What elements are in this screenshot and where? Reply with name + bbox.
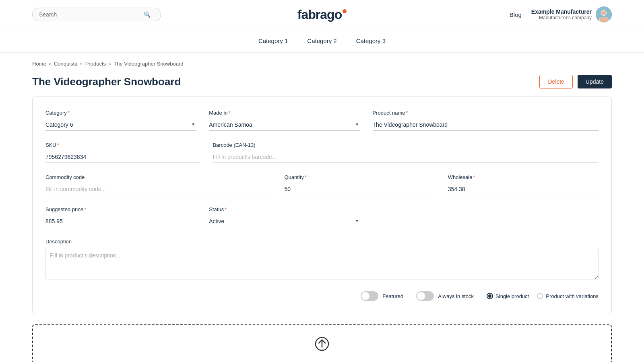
wholesale-required: * [473,174,475,180]
single-product-radio-circle [487,293,493,299]
search-box[interactable]: 🔍 [32,8,161,21]
status-required: * [225,206,227,212]
breadcrumb-sep1: » [49,61,52,67]
nav-item-category3[interactable]: Category 3 [356,37,386,44]
form-row-5: Description [45,239,599,280]
featured-toggle[interactable] [361,291,378,301]
main-nav: Category 1 Category 2 Category 3 [0,29,644,53]
always-in-stock-toggle-group: Always in stock [416,291,474,301]
always-in-stock-label: Always in stock [438,293,474,299]
status-select[interactable]: Active Inactive Draft [209,216,359,227]
product-with-variations-radio[interactable]: Product with variations [537,293,599,299]
barcode-group: Barcode (EAN-13) [213,142,599,163]
search-icon: 🔍 [144,11,151,18]
made-in-required: * [229,110,231,116]
user-name: Example Manufacturer [531,8,592,15]
button-group: Delete Update [539,75,612,88]
product-with-variations-radio-label: Product with variations [546,293,599,299]
user-company: Manufacturer's company [531,15,592,21]
featured-toggle-knob [361,292,369,300]
form-bottom: Featured Always in stock Single product … [45,291,599,301]
category-required: * [68,110,70,116]
breadcrumb-sep2: » [80,61,83,67]
featured-toggle-label: Featured [382,293,403,299]
nav-item-category1[interactable]: Category 1 [258,37,288,44]
search-input[interactable] [39,11,144,18]
quantity-input[interactable] [284,183,435,195]
category-select-wrapper: Category 6 [45,119,196,131]
form-row-1: Category* Category 6 Made in* American S… [45,110,599,131]
quantity-required: * [305,174,307,180]
description-label: Description [45,239,599,245]
header-right: Blog Example Manufacturer Manufacturer's… [419,6,612,23]
header-left: 🔍 [32,8,225,21]
featured-toggle-group: Featured [361,291,403,301]
suggested-price-required: * [84,206,86,212]
breadcrumb-conquista[interactable]: Conquista [54,61,78,67]
breadcrumb-products[interactable]: Products [85,61,106,67]
nav-item-category2[interactable]: Category 2 [307,37,336,44]
header: 🔍 fabrago Blog Example Manufacturer Manu… [0,0,644,29]
svg-point-4 [599,17,608,23]
sku-label: SKU* [45,142,200,148]
wholesale-input[interactable] [448,183,599,195]
made-in-label: Made in* [209,110,359,116]
user-text: Example Manufacturer Manufacturer's comp… [531,8,592,21]
page-title: The Videographer Snowboard [32,76,181,88]
wholesale-group: Wholesale* [448,174,599,195]
form-row-4: Suggested price* Status* Active Inactive… [45,206,599,227]
commodity-code-input[interactable] [45,183,271,195]
header-center: fabrago [225,7,419,22]
made-in-select-wrapper: American Samoa [209,119,359,131]
always-in-stock-toggle[interactable] [416,291,434,301]
delete-button[interactable]: Delete [539,75,572,88]
status-label: Status* [209,206,359,212]
sku-input[interactable] [45,151,200,163]
breadcrumb-current: The Videographer Snowboard [114,61,183,67]
sku-required: * [57,142,59,148]
breadcrumb-sep3: » [108,61,111,67]
logo: fabrago [297,7,347,22]
status-spacer [373,206,599,227]
product-name-input[interactable] [373,119,599,131]
user-info: Example Manufacturer Manufacturer's comp… [531,6,612,23]
quantity-group: Quantity* [284,174,435,195]
update-button[interactable]: Update [578,75,612,88]
breadcrumb-home[interactable]: Home [32,61,46,67]
category-select[interactable]: Category 6 [45,119,196,131]
always-in-stock-toggle-knob [417,292,425,300]
form-row-3: Commodity code Quantity* Wholesale* [45,174,599,195]
category-label: Category* [45,110,196,116]
quantity-label: Quantity* [284,174,435,180]
breadcrumb: Home » Conquista » Products » The Videog… [0,53,644,71]
product-with-variations-radio-circle [537,293,543,299]
description-group: Description [45,239,599,280]
barcode-input[interactable] [213,151,599,163]
made-in-select[interactable]: American Samoa [209,119,359,131]
sku-group: SKU* [45,142,200,163]
upload-area[interactable] [32,324,612,362]
upload-icon [312,333,332,356]
single-product-radio[interactable]: Single product [487,293,529,299]
commodity-code-group: Commodity code [45,174,271,195]
product-name-group: Product name* [373,110,599,131]
wholesale-label: Wholesale* [448,174,599,180]
product-form: Category* Category 6 Made in* American S… [32,97,612,314]
page-header: The Videographer Snowboard Delete Update [0,71,644,97]
category-group: Category* Category 6 [45,110,196,131]
avatar [596,6,612,23]
blog-link[interactable]: Blog [510,11,522,18]
avatar-image [596,6,612,23]
logo-text: fabrago [297,7,342,22]
description-textarea[interactable] [45,248,599,280]
suggested-price-input[interactable] [45,216,196,227]
status-group: Status* Active Inactive Draft [209,206,359,227]
single-product-radio-label: Single product [495,293,529,299]
status-select-wrapper: Active Inactive Draft [209,216,359,227]
barcode-label: Barcode (EAN-13) [213,142,599,148]
commodity-code-label: Commodity code [45,174,271,180]
product-name-required: * [406,110,408,116]
product-type-radio-group: Single product Product with variations [487,293,599,299]
logo-dot [343,9,347,13]
suggested-price-group: Suggested price* [45,206,196,227]
